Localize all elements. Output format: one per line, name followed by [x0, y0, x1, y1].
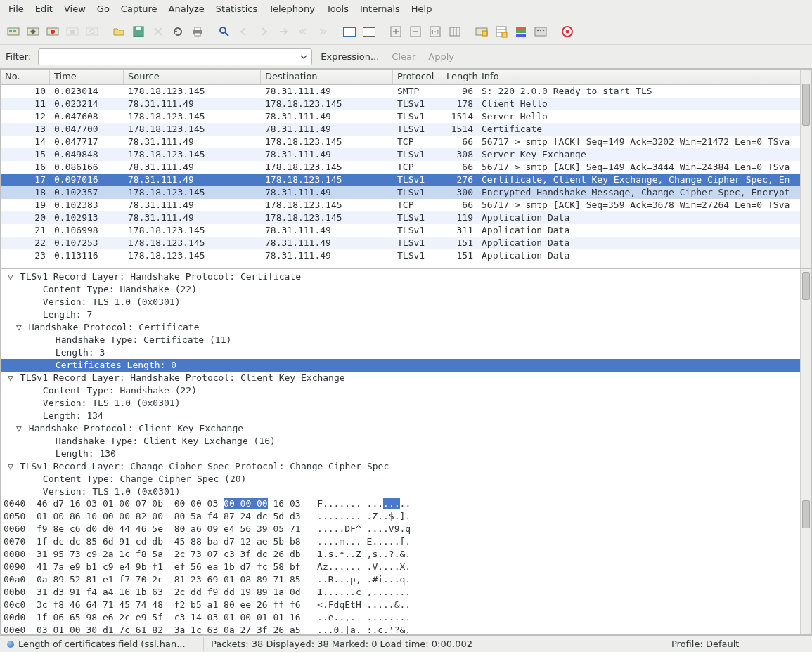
- col-source[interactable]: Source: [124, 70, 261, 84]
- restart-capture-button[interactable]: [83, 22, 101, 41]
- col-length[interactable]: Length: [442, 70, 477, 84]
- packet-list-scrollbar[interactable]: [800, 70, 811, 268]
- packet-list-body[interactable]: 100.023014178.18.123.14578.31.111.49SMTP…: [1, 85, 811, 268]
- packet-row[interactable]: 100.023014178.18.123.14578.31.111.49SMTP…: [1, 85, 811, 98]
- tree-row[interactable]: ▽ TLSv1 Record Layer: Handshake Protocol…: [1, 270, 811, 283]
- packet-details-pane[interactable]: ▽ TLSv1 Record Layer: Handshake Protocol…: [0, 269, 812, 497]
- tree-row[interactable]: Length: 3: [1, 346, 811, 359]
- tree-row[interactable]: ▽ TLSv1 Record Layer: Change Cipher Spec…: [1, 460, 811, 473]
- details-scrollbar[interactable]: [800, 269, 811, 497]
- tree-row[interactable]: ▽ Handshake Protocol: Certificate: [1, 321, 811, 334]
- go-back-button[interactable]: [235, 22, 253, 41]
- details-tree[interactable]: ▽ TLSv1 Record Layer: Handshake Protocol…: [1, 269, 811, 497]
- tree-row[interactable]: Version: TLS 1.0 (0x0301): [1, 296, 811, 308]
- hex-dump[interactable]: 0040 46 d7 16 03 01 00 07 0b 00 00 03 00…: [1, 497, 811, 635]
- tree-row[interactable]: Certificates Length: 0: [1, 359, 811, 372]
- packet-row[interactable]: 200.10291378.31.111.49178.18.123.145TLSv…: [1, 211, 811, 224]
- colorize-button[interactable]: [340, 22, 359, 41]
- expander-icon[interactable]: ▽: [15, 321, 23, 334]
- start-capture-button[interactable]: [44, 22, 62, 41]
- menu-edit[interactable]: Edit: [30, 1, 58, 16]
- expander-icon[interactable]: ▽: [15, 422, 23, 435]
- packet-row[interactable]: 130.047700178.18.123.14578.31.111.49TLSv…: [1, 123, 811, 136]
- filter-apply-button[interactable]: Apply: [424, 51, 458, 62]
- col-time[interactable]: Time: [50, 70, 124, 84]
- hex-row[interactable]: 00b0 31 d3 91 f4 a4 16 1b 63 2c dd f9 dd…: [1, 586, 811, 599]
- tree-row[interactable]: ▽ TLSv1 Record Layer: Handshake Protocol…: [1, 372, 811, 384]
- hex-row[interactable]: 00a0 0a 89 52 81 e1 f7 70 2c 81 23 69 01…: [1, 573, 811, 586]
- menu-go[interactable]: Go: [91, 1, 115, 16]
- packet-row[interactable]: 230.113116178.18.123.14578.31.111.49TLSv…: [1, 249, 811, 262]
- tree-row[interactable]: Content Type: Handshake (22): [1, 384, 811, 397]
- col-destination[interactable]: Destination: [261, 70, 393, 84]
- close-file-button[interactable]: [149, 22, 167, 41]
- help-button[interactable]: [558, 22, 576, 41]
- expander-icon[interactable]: ▽: [6, 270, 15, 283]
- interfaces-button[interactable]: [4, 22, 22, 41]
- packet-row[interactable]: 170.09701678.31.111.49178.18.123.145TLSv…: [1, 174, 811, 186]
- preferences-button[interactable]: [531, 22, 550, 41]
- filter-input[interactable]: [39, 49, 295, 65]
- hex-scrollbar[interactable]: [800, 497, 811, 634]
- packet-row[interactable]: 210.106998178.18.123.14578.31.111.49TLSv…: [1, 224, 811, 237]
- hex-row[interactable]: 0090 41 7a e9 b1 c9 e4 9b f1 ef 56 ea 1b…: [1, 561, 811, 573]
- tree-row[interactable]: Version: TLS 1.0 (0x0301): [1, 397, 811, 410]
- menu-tools[interactable]: Tools: [321, 1, 354, 16]
- menu-statistics[interactable]: Statistics: [210, 1, 263, 16]
- packet-row[interactable]: 220.107253178.18.123.14578.31.111.49TLSv…: [1, 237, 811, 249]
- tree-row[interactable]: Version: TLS 1.0 (0x0301): [1, 485, 811, 497]
- stop-capture-button[interactable]: [63, 22, 82, 41]
- hex-row[interactable]: 0070 1f dc dc 85 6d 91 cd db 45 88 ba d7…: [1, 535, 811, 548]
- menu-help[interactable]: Help: [406, 1, 438, 16]
- packet-list-header[interactable]: No. Time Source Destination Protocol Len…: [1, 70, 811, 85]
- expert-info-icon[interactable]: [7, 641, 14, 648]
- hex-row[interactable]: 0060 f9 8e c6 d0 d0 44 46 5e 80 a6 09 e4…: [1, 523, 811, 535]
- filter-clear-button[interactable]: Clear: [387, 51, 420, 62]
- filter-combo[interactable]: [38, 48, 312, 65]
- open-file-button[interactable]: [110, 22, 128, 41]
- go-to-packet-button[interactable]: [274, 22, 292, 41]
- expander-icon[interactable]: ▽: [6, 372, 15, 384]
- packet-row[interactable]: 110.02321478.31.111.49178.18.123.145TLSv…: [1, 98, 811, 110]
- tree-row[interactable]: Handshake Type: Client Key Exchange (16): [1, 435, 811, 448]
- save-file-button[interactable]: [129, 22, 148, 41]
- zoom-reset-button[interactable]: 1:1: [426, 22, 444, 41]
- display-filters-button[interactable]: [492, 22, 510, 41]
- packet-bytes-pane[interactable]: 0040 46 d7 16 03 01 00 07 0b 00 00 03 00…: [0, 497, 812, 635]
- go-first-button[interactable]: [294, 22, 312, 41]
- capture-filters-button[interactable]: [472, 22, 491, 41]
- packet-row[interactable]: 120.047608178.18.123.14578.31.111.49TLSv…: [1, 110, 811, 123]
- expander-icon[interactable]: ▽: [6, 460, 15, 473]
- packet-row[interactable]: 140.04771778.31.111.49178.18.123.145TCP6…: [1, 136, 811, 148]
- menu-telephony[interactable]: Telephony: [263, 1, 321, 16]
- print-button[interactable]: [188, 22, 207, 41]
- tree-row[interactable]: Content Type: Change Cipher Spec (20): [1, 473, 811, 485]
- filter-dropdown-icon[interactable]: [295, 49, 311, 65]
- tree-row[interactable]: Length: 134: [1, 410, 811, 422]
- zoom-in-button[interactable]: [387, 22, 405, 41]
- tree-row[interactable]: Length: 7: [1, 308, 811, 321]
- packet-row[interactable]: 150.049848178.18.123.14578.31.111.49TLSv…: [1, 148, 811, 161]
- status-profile[interactable]: Profile: Default: [664, 637, 812, 651]
- hex-row[interactable]: 0040 46 d7 16 03 01 00 07 0b 00 00 03 00…: [1, 497, 811, 510]
- packet-list-pane[interactable]: No. Time Source Destination Protocol Len…: [0, 69, 812, 269]
- tree-row[interactable]: ▽ Handshake Protocol: Client Key Exchang…: [1, 422, 811, 435]
- hex-row[interactable]: 00d0 1f 06 65 98 e6 2c e9 5f c3 14 03 01…: [1, 611, 811, 624]
- filter-expression-button[interactable]: Expression...: [316, 51, 383, 62]
- menu-file[interactable]: File: [3, 1, 30, 16]
- go-last-button[interactable]: [314, 22, 332, 41]
- go-forward-button[interactable]: [254, 22, 273, 41]
- reload-button[interactable]: [169, 22, 187, 41]
- col-no[interactable]: No.: [1, 70, 50, 84]
- menu-analyze[interactable]: Analyze: [163, 1, 210, 16]
- tree-row[interactable]: Length: 130: [1, 448, 811, 460]
- hex-row[interactable]: 0080 31 95 73 c9 2a 1c f8 5a 2c 73 07 c3…: [1, 548, 811, 561]
- capture-options-button[interactable]: [24, 22, 42, 41]
- resize-columns-button[interactable]: [446, 22, 464, 41]
- packet-row[interactable]: 190.10238378.31.111.49178.18.123.145TCP6…: [1, 199, 811, 211]
- zoom-out-button[interactable]: [406, 22, 425, 41]
- status-field[interactable]: Length of certificates field (ssl.han...: [0, 637, 204, 651]
- find-button[interactable]: [215, 22, 233, 41]
- auto-scroll-button[interactable]: [360, 22, 378, 41]
- hex-row[interactable]: 00e0 03 01 00 30 d1 7c 61 82 3a 1c 63 0a…: [1, 624, 811, 635]
